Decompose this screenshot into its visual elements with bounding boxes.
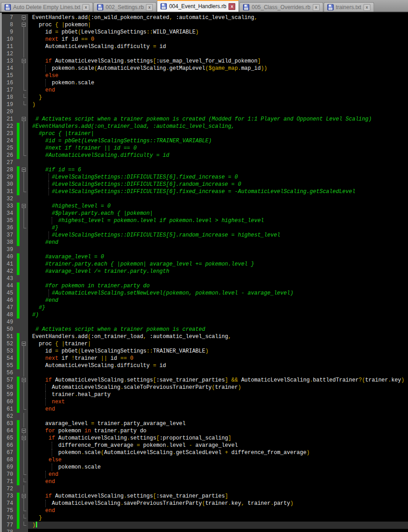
code-line-63[interactable]: avarage_level = trainer.party_avarage_le…	[28, 420, 408, 427]
code-line-15[interactable]: else	[28, 72, 408, 79]
code-line-36[interactable]: #}	[28, 224, 408, 232]
code-line-19[interactable]: )	[28, 101, 408, 108]
code-line-60[interactable]: next	[28, 398, 408, 406]
code-line-47[interactable]: #}	[28, 304, 408, 311]
code-line-7[interactable]: EventHandlers.add(:on_wild_pokemon_creat…	[28, 14, 408, 21]
code-line-37[interactable]: #LevelScalingSettings::DIFFICULTIES[5].r…	[28, 232, 408, 239]
fold-margin[interactable]	[20, 203, 28, 210]
tab-trainers-txt[interactable]: trainers.txtx	[324, 2, 374, 12]
fold-collapse-icon[interactable]	[22, 59, 26, 63]
fold-margin[interactable]	[20, 435, 28, 442]
code-line-62[interactable]	[28, 413, 408, 420]
fold-collapse-icon[interactable]	[22, 436, 26, 440]
code-line-76[interactable]: }	[28, 514, 408, 522]
fold-collapse-icon[interactable]	[22, 15, 26, 19]
code-line-73[interactable]: if AutomaticLevelScaling.settings[:save_…	[28, 493, 408, 500]
code-line-66[interactable]: difference_from_average = pokemon.level …	[28, 442, 408, 449]
close-tab-icon[interactable]: x	[146, 4, 153, 11]
fold-collapse-icon[interactable]	[22, 204, 26, 208]
fold-margin[interactable]	[20, 58, 28, 65]
code-line-48[interactable]: #)	[28, 311, 408, 319]
code-line-65[interactable]: if AutomaticLevelScaling.settings[:propo…	[28, 435, 408, 442]
code-line-53[interactable]: id = pbGet(LevelScalingSettings::TRAINER…	[28, 348, 408, 355]
code-line-38[interactable]: #end	[28, 239, 408, 246]
code-line-64[interactable]: for pokemon in trainer.party do	[28, 427, 408, 435]
code-line-39[interactable]	[28, 246, 408, 253]
code-line-14[interactable]: pokemon.scale(AutomaticLevelScaling.getM…	[28, 65, 408, 72]
code-line-30[interactable]: #LevelScalingSettings::DIFFICULTIES[6].r…	[28, 181, 408, 188]
code-line-9[interactable]: id = pbGet(LevelScalingSettings::WILD_VA…	[28, 29, 408, 36]
fold-collapse-icon[interactable]	[22, 168, 26, 172]
code-line-26[interactable]: #AutomaticLevelScaling.difficulty = id	[28, 152, 408, 159]
code-line-16[interactable]: pokemon.scale	[28, 79, 408, 87]
code-line-51[interactable]: EventHandlers.add(:on_trainer_load, :aut…	[28, 333, 408, 340]
tab-002-settings-rb[interactable]: 002_Settings.rbx	[93, 2, 156, 12]
code-line-52[interactable]: proc { |trainer|	[28, 340, 408, 348]
fold-margin[interactable]	[20, 340, 28, 348]
code-line-75[interactable]: end	[28, 507, 408, 514]
code-line-31[interactable]: #LevelScalingSettings::DIFFICULTIES[6].f…	[28, 188, 408, 195]
code-line-28[interactable]: #if id == 6	[28, 166, 408, 174]
code-line-12[interactable]	[28, 50, 408, 58]
code-line-20[interactable]	[28, 108, 408, 116]
fold-margin[interactable]	[20, 116, 28, 123]
code-line-11[interactable]: AutomaticLevelScaling.difficulty = id	[28, 43, 408, 50]
code-line-69[interactable]: pokemon.scale	[28, 464, 408, 471]
code-line-70[interactable]: end	[28, 471, 408, 478]
code-line-13[interactable]: if AutomaticLevelScaling.settings[:use_m…	[28, 58, 408, 65]
close-tab-icon[interactable]: x	[228, 3, 235, 10]
fold-margin[interactable]	[20, 166, 28, 174]
code-line-71[interactable]: end	[28, 478, 408, 485]
fold-margin[interactable]	[20, 14, 28, 21]
code-line-18[interactable]: }	[28, 94, 408, 101]
code-line-49[interactable]	[28, 319, 408, 326]
code-line-55[interactable]: AutomaticLevelScaling.difficulty = id	[28, 362, 408, 369]
code-line-44[interactable]: #for pokemon in trainer.party do	[28, 282, 408, 290]
fold-collapse-icon[interactable]	[22, 429, 26, 433]
code-line-72[interactable]	[28, 485, 408, 493]
code-line-58[interactable]: AutomaticLevelScaling.scaleToPreviousTra…	[28, 384, 408, 391]
code-line-78[interactable]	[28, 529, 408, 532]
code-line-43[interactable]	[28, 275, 408, 282]
code-line-10[interactable]: next if id == 0	[28, 36, 408, 43]
code-line-67[interactable]: pokemon.scale(AutomaticLevelScaling.getS…	[28, 449, 408, 456]
fold-collapse-icon[interactable]	[22, 378, 26, 382]
code-line-25[interactable]: #next if !trainer || id == 0	[28, 145, 408, 152]
fold-margin[interactable]	[20, 21, 28, 29]
fold-margin[interactable]	[20, 493, 28, 500]
code-line-41[interactable]: #trainer.party.each { |pokemon| avarage_…	[28, 261, 408, 268]
code-line-23[interactable]: #proc { |trainer|	[28, 130, 408, 137]
code-line-45[interactable]: #AutomaticLevelScaling.setNewLevel(pokem…	[28, 290, 408, 297]
code-line-77[interactable]: )	[28, 522, 408, 529]
code-editor[interactable]: 7EventHandlers.add(:on_wild_pokemon_crea…	[0, 13, 408, 532]
fold-margin[interactable]	[20, 427, 28, 435]
code-line-46[interactable]: #end	[28, 297, 408, 304]
code-line-35[interactable]: #highest_level = pokemon.level if pokemo…	[28, 217, 408, 224]
tab-004-event-handlers-rb[interactable]: 004_Event_Handlers.rbx	[157, 0, 239, 12]
code-line-42[interactable]: #avarage_level /= trainer.party.length	[28, 268, 408, 275]
code-line-17[interactable]: end	[28, 87, 408, 94]
code-line-40[interactable]: #avarage_level = 0	[28, 253, 408, 261]
tab-auto-delete-empty-lines-txt[interactable]: Auto Delete Empty Lines.txtx	[1, 2, 93, 12]
code-line-34[interactable]: #$player.party.each { |pokemon|	[28, 210, 408, 217]
code-line-24[interactable]: #id = pbGet(LevelScalingSettings::TRAINE…	[28, 137, 408, 145]
code-line-33[interactable]: #highest_level = 0	[28, 203, 408, 210]
code-line-54[interactable]: next if !trainer || id == 0	[28, 355, 408, 362]
fold-collapse-icon[interactable]	[22, 342, 26, 346]
close-tab-icon[interactable]: x	[83, 4, 89, 11]
code-line-59[interactable]: trainer.heal_party	[28, 391, 408, 398]
fold-collapse-icon[interactable]	[22, 494, 26, 498]
code-line-29[interactable]: #LevelScalingSettings::DIFFICULTIES[6].f…	[28, 174, 408, 181]
close-tab-icon[interactable]: x	[313, 4, 320, 11]
code-line-22[interactable]: #EventHandlers.add(:on_trainer_load, :au…	[28, 123, 408, 130]
code-line-50[interactable]: # Activates script when a trainer pokemo…	[28, 326, 408, 333]
code-line-61[interactable]: end	[28, 406, 408, 413]
code-line-32[interactable]	[28, 195, 408, 203]
code-line-8[interactable]: proc { |pokemon|	[28, 21, 408, 29]
fold-collapse-icon[interactable]	[22, 117, 26, 121]
fold-collapse-icon[interactable]	[22, 23, 26, 27]
code-line-21[interactable]: # Activates script when a trainer pokemo…	[28, 116, 408, 123]
code-line-74[interactable]: AutomaticLevelScaling.savePreviousTraine…	[28, 500, 408, 507]
code-line-57[interactable]: if AutomaticLevelScaling.settings[:save_…	[28, 377, 408, 384]
code-line-27[interactable]	[28, 159, 408, 166]
